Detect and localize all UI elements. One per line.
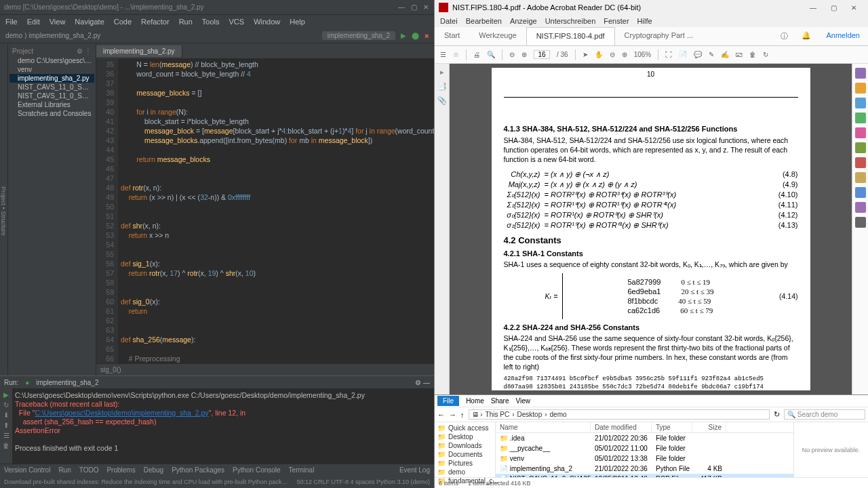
search-icon[interactable]: 🔍	[487, 51, 495, 58]
maximize-icon[interactable]: ▢	[410, 3, 418, 11]
menu-refactor[interactable]: Refactor	[141, 18, 170, 26]
pdf-document-tabs[interactable]: StartWerkzeugeNIST.FIPS.180-4.pdfCryptog…	[435, 27, 868, 46]
path-seg[interactable]: demo	[550, 411, 567, 418]
select-icon[interactable]: ➤	[583, 51, 588, 58]
comment-icon[interactable]: 💬	[694, 51, 702, 58]
fit-icon[interactable]: ⛶	[665, 51, 672, 58]
pdf-tab[interactable]: Start	[435, 27, 469, 45]
tool-problems[interactable]: Problems	[106, 466, 135, 474]
project-node[interactable]: NIST_CAVS_11_0_SHA256L	[9, 83, 94, 92]
signin-button[interactable]: Anmelden	[818, 27, 868, 45]
nav-fwd-icon[interactable]: →	[449, 411, 456, 419]
ide-menubar[interactable]: FileEditViewNavigateCodeRefactorRunTools…	[0, 15, 434, 28]
help-icon[interactable]: ⓘ	[774, 27, 795, 45]
debug-icon[interactable]: ⬤	[412, 32, 419, 39]
zoom-in-icon[interactable]: ⊕	[521, 51, 527, 58]
explorer-list[interactable]: NameDate modifiedTypeSize 📁 .idea21/01/2…	[496, 422, 793, 477]
page-input[interactable]	[534, 50, 550, 59]
tree-node[interactable]: 📁Desktop	[436, 432, 494, 441]
tree-node[interactable]: 📁demo	[436, 468, 494, 476]
sidebar-toggle-icon[interactable]: ☰	[440, 51, 446, 58]
star-icon[interactable]: ☆	[453, 51, 459, 58]
close-icon[interactable]: ✕	[844, 4, 864, 12]
menu-navigate[interactable]: Navigate	[75, 18, 104, 26]
pdf-toolbar[interactable]: ☰ ☆ 🖨 🔍 ⊖ ⊕ / 36 ➤ ✋ ⊖ ⊕ 106% ⛶ 📄 💬 ✎ ✍ …	[435, 46, 868, 64]
file-row[interactable]: 📁 .idea21/01/2022 20:36File folder	[496, 433, 793, 443]
tree-node[interactable]: 📁Pictures	[436, 459, 494, 468]
pdf-menubar[interactable]: DateiBearbeitenAnzeigeUnterschreibenFens…	[435, 15, 868, 27]
tree-node[interactable]: 📁Downloads	[436, 441, 494, 450]
bell-icon[interactable]: 🔔	[795, 27, 818, 45]
editor-tab[interactable]: implementing_sha_2.py	[96, 45, 182, 57]
explorer-ribbon[interactable]: FileHomeShareView	[435, 395, 868, 407]
minimize-icon[interactable]: —	[397, 3, 406, 11]
ribbon-view[interactable]: View	[516, 397, 531, 405]
tool-icon[interactable]	[855, 202, 866, 213]
project-node[interactable]: Scratches and Consoles	[9, 109, 94, 118]
run-gutter[interactable]: ▶↻⬇⬆☰🗑	[0, 388, 12, 464]
highlight-icon[interactable]: ✎	[709, 51, 714, 58]
tool-icon[interactable]	[855, 127, 866, 138]
stop-icon[interactable]: ■	[425, 32, 429, 39]
zoom-out-icon[interactable]: ⊖	[509, 51, 515, 58]
maximize-icon[interactable]: ▢	[823, 4, 844, 12]
pdf-right-panel[interactable]	[852, 64, 868, 394]
run-config-selector[interactable]: implementing_sha_2	[322, 31, 395, 40]
tool-icon[interactable]	[855, 83, 866, 94]
tool-icon[interactable]	[855, 157, 866, 168]
delete-icon[interactable]: 🗑	[749, 51, 756, 58]
tool-todo[interactable]: TODO	[79, 466, 99, 474]
tool-icon[interactable]	[855, 98, 866, 108]
ribbon-home[interactable]: Home	[466, 397, 484, 405]
explorer-addressbar[interactable]: ← → ↑ 🖥 › This PC › Desktop › demo ↻ 🔍 S…	[435, 407, 868, 422]
menu-run[interactable]: Run	[179, 18, 193, 26]
file-row[interactable]: 📁 __pycache__05/01/2022 11:00File folder	[496, 443, 793, 453]
event-log[interactable]: Event Log	[399, 466, 430, 474]
project-node[interactable]: NIST_CAVS_11_0_SHA256Short	[9, 92, 94, 100]
zoom-value[interactable]: 106%	[634, 51, 652, 58]
project-node[interactable]: External Libraries	[9, 100, 94, 109]
path-seg[interactable]: This PC	[486, 411, 510, 418]
nav-up-icon[interactable]: ↑	[460, 411, 465, 419]
project-node[interactable]: implementing_sha_2.py	[9, 74, 94, 83]
tree-node[interactable]: 📁Documents	[436, 450, 494, 459]
nav-crumbs[interactable]: demo ⟩ implementing_sha_2.py	[5, 32, 100, 39]
rotate-icon[interactable]: ↻	[763, 51, 768, 58]
run-settings-icon[interactable]: ⚙ —	[415, 379, 430, 386]
zoom-in2-icon[interactable]: ⊕	[622, 51, 627, 58]
pdfmenu-hilfe[interactable]: Hilfe	[637, 17, 652, 25]
search-input[interactable]: 🔍 Search demo	[784, 409, 865, 420]
zoom-out2-icon[interactable]: ⊖	[610, 51, 615, 58]
menu-edit[interactable]: Edit	[27, 18, 40, 26]
read-icon[interactable]: 📄	[679, 51, 687, 58]
pdfmenu-fenster[interactable]: Fenster	[604, 17, 629, 25]
editor-breadcrumb[interactable]: sig_0()	[96, 363, 434, 375]
tree-node[interactable]: 📁Quick access	[436, 424, 494, 432]
pdf-left-panel[interactable]: ▸📑📎	[435, 64, 450, 394]
run-tab[interactable]: implementing_sha_2	[36, 379, 98, 386]
menu-view[interactable]: View	[50, 18, 66, 26]
pdfmenu-anzeige[interactable]: Anzeige	[510, 17, 537, 25]
code-editor[interactable]: 3536373839404142434445464748495051525354…	[96, 58, 434, 363]
tool-version-control[interactable]: Version Control	[4, 466, 50, 474]
menu-tools[interactable]: Tools	[202, 18, 220, 26]
bottom-tool-tabs[interactable]: Version ControlRunTODOProblemsDebugPytho…	[0, 464, 434, 476]
run-icon[interactable]: ▶	[401, 32, 406, 39]
sign-icon[interactable]: ✍	[721, 51, 729, 58]
hand-icon[interactable]: ✋	[595, 51, 603, 58]
project-node[interactable]: demo C:\Users\goesc\Desktop\demo	[9, 56, 94, 65]
tool-terminal[interactable]: Terminal	[289, 466, 315, 474]
run-output[interactable]: C:\Users\goesc\Desktop\demo\venv\Scripts…	[12, 388, 434, 464]
menu-window[interactable]: Window	[254, 18, 280, 26]
tool-icon[interactable]	[855, 142, 866, 153]
project-node[interactable]: venv	[9, 65, 94, 74]
tool-debug[interactable]: Debug	[144, 466, 163, 474]
tool-run[interactable]: Run	[58, 466, 71, 474]
pdf-tab[interactable]: NIST.FIPS.180-4.pdf	[526, 27, 615, 45]
tool-icon[interactable]	[855, 187, 866, 198]
tool-python-console[interactable]: Python Console	[233, 466, 281, 474]
explorer-tree[interactable]: 📁Quick access📁Desktop📁Downloads📁Document…	[435, 422, 496, 477]
pdfmenu-datei[interactable]: Datei	[440, 17, 458, 25]
pdfmenu-bearbeiten[interactable]: Bearbeiten	[466, 17, 502, 25]
minimize-icon[interactable]: —	[803, 4, 823, 12]
